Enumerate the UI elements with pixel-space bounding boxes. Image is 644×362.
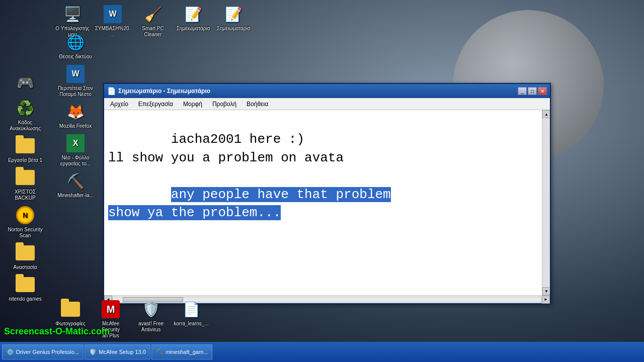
desktop-icon-theseis[interactable]: 🌐 Θέσεις δικτύου bbox=[55, 30, 96, 62]
menu-item-epexergasia[interactable]: Επεξεργασία bbox=[134, 100, 177, 109]
desktop-icon-avast[interactable]: 🛡️ avast! Free Antivirus bbox=[131, 297, 171, 341]
window-titlebar[interactable]: 📄 Σημειωματάριο - Σημειωματάριο _ □ ✕ bbox=[104, 84, 550, 98]
taskbar-item-driver-genius[interactable]: ⚙️ Driver Genius Professio... bbox=[2, 344, 84, 359]
scroll-track-v bbox=[542, 118, 550, 287]
notepad-window: 📄 Σημειωματάριο - Σημειωματάριο _ □ ✕ Αρ… bbox=[103, 83, 551, 304]
window-controls: _ □ ✕ bbox=[518, 87, 547, 95]
window-menubar: Αρχείο Επεξεργασία Μορφή Προβολή Βοήθεια bbox=[104, 98, 550, 110]
text-line-1: iacha2001 here :) ll show you a problem … bbox=[108, 132, 344, 165]
desktop-icons-leftmost: 🎮 ♻️ Κάδος Ανακύκλωσης Εργασία βέτα 1 ΧΡ… bbox=[5, 70, 45, 304]
maximize-button[interactable]: □ bbox=[528, 87, 537, 95]
desktop-icon-norton[interactable]: N Norton Security Scan bbox=[5, 203, 45, 241]
close-button[interactable]: ✕ bbox=[538, 87, 547, 95]
taskbar-item-mineshaft[interactable]: ⛏️ mineshaft_gam... bbox=[151, 344, 212, 359]
menu-item-provoli[interactable]: Προβολή bbox=[208, 100, 240, 109]
desktop-icon-excel[interactable]: X Νέο - Φύλλο εργασίας το... bbox=[55, 131, 96, 169]
desktop-icon-xristos[interactable]: ΧΡΙΣΤΟΣ BACKUP bbox=[5, 165, 45, 203]
desktop-icon-notepad2[interactable]: 📝 Σημειωματάριο bbox=[213, 2, 254, 40]
scroll-right-button[interactable]: ► bbox=[542, 296, 550, 304]
desktop-icon-kodikas[interactable]: ♻️ Κάδος Ανακύκλωσης bbox=[5, 96, 45, 134]
desktop-icon-mame[interactable]: 🎮 bbox=[5, 70, 45, 96]
minimize-button[interactable]: _ bbox=[518, 87, 527, 95]
screencast-watermark: Screencast-O-Matic.com bbox=[0, 325, 114, 338]
desktop-icon-mozilla[interactable]: 🦊 Mozilla Firefox bbox=[55, 100, 96, 131]
desktop-icon-notepad1[interactable]: 📝 Σημειωματάριο bbox=[173, 2, 213, 40]
menu-item-arxeio[interactable]: Αρχείο bbox=[106, 100, 132, 109]
desktop: 🖥️ Ο Υπολογιστής μου W ΣΥΜΒΑΣΗ%20... 🧹 S… bbox=[0, 0, 644, 362]
desktop-icon-korra[interactable]: 📄 korra_learns_... bbox=[171, 297, 211, 341]
notepad-text-area[interactable]: iacha2001 here :) ll show you a problem … bbox=[108, 112, 546, 240]
desktop-icon-mineshafter[interactable]: ⛏️ Mineshafter-la... bbox=[55, 169, 96, 201]
window-title: Σημειωματάριο - Σημειωματάριο bbox=[118, 87, 518, 95]
scroll-up-button[interactable]: ▲ bbox=[542, 110, 550, 118]
desktop-icon-anastasia[interactable]: Αναστασία bbox=[5, 241, 45, 273]
taskbar: ⚙️ Driver Genius Professio... 🛡️ McAfee … bbox=[0, 342, 644, 362]
desktop-icon-ergasia[interactable]: Εργασία βέτα 1 bbox=[5, 134, 45, 165]
text-line-3-selected: any people have that problem show ya the… bbox=[108, 187, 391, 220]
scroll-down-button[interactable]: ▼ bbox=[542, 287, 550, 295]
desktop-icon-nitendo[interactable]: nitendo games bbox=[5, 273, 45, 304]
menu-item-voitheia[interactable]: Βοήθεια bbox=[243, 100, 272, 109]
vertical-scrollbar[interactable]: ▲ ▼ bbox=[542, 110, 550, 295]
menu-item-morfi[interactable]: Μορφή bbox=[179, 100, 206, 109]
notepad-window-icon: 📄 bbox=[107, 87, 115, 95]
notepad-content[interactable]: iacha2001 here :) ll show you a problem … bbox=[104, 110, 550, 295]
taskbar-item-mcafee-setup[interactable]: 🛡️ McAfee Setup 13.0 bbox=[85, 344, 150, 359]
desktop-icon-peripeteia[interactable]: W Περιπέτεια Στον Ποταμό Νέστο bbox=[55, 62, 96, 100]
desktop-icon-symvasi[interactable]: W ΣΥΜΒΑΣΗ%20... bbox=[93, 2, 133, 40]
desktop-icon-smart-cleaner[interactable]: 🧹 Smart PC Cleaner bbox=[133, 2, 173, 40]
desktop-icons-left: 🌐 Θέσεις δικτύου W Περιπέτεια Στον Ποταμ… bbox=[55, 30, 96, 201]
